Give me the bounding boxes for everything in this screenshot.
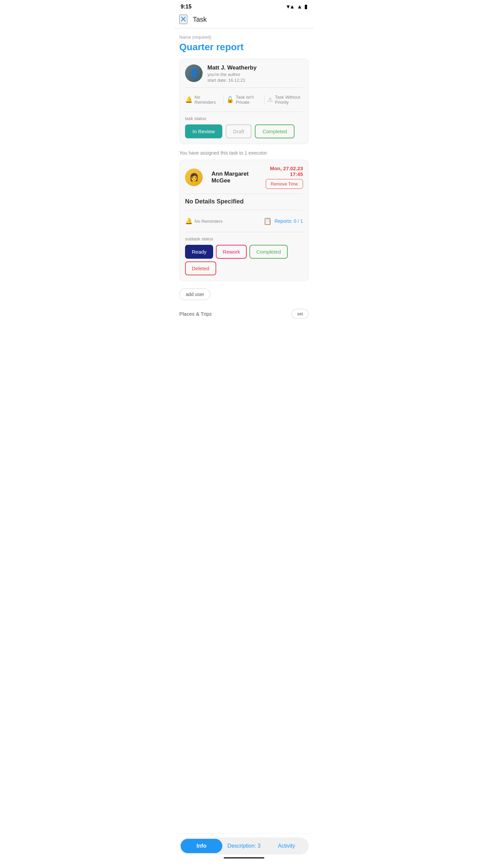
author-row: 👤 Matt J. Weatherby you're the author st… <box>185 64 303 83</box>
places-trips-label: Places & Trips <box>179 311 212 317</box>
meta-reminders[interactable]: 🔔 No Reminders <box>185 95 221 105</box>
subtask-deleted[interactable]: Deleted <box>185 261 216 275</box>
battery-icon: ▮ <box>304 3 307 10</box>
divider-2 <box>185 112 303 112</box>
close-button[interactable]: ✕ <box>179 15 187 24</box>
task-name: Quarter report <box>179 42 309 53</box>
divider-5 <box>185 232 303 232</box>
tab-activity[interactable]: Activity <box>266 839 307 853</box>
author-info: Matt J. Weatherby you're the author star… <box>207 64 257 83</box>
meta-sep-1 <box>223 95 224 105</box>
author-card: 👤 Matt J. Weatherby you're the author st… <box>179 59 309 144</box>
status-time: 9:15 <box>181 4 191 10</box>
main-content: Name (required) Quarter report 👤 Matt J.… <box>174 35 314 355</box>
meta-row: 🔔 No Reminders 🔓 Task isn't Private ⚠ Ta… <box>185 92 303 107</box>
executor-header: 👩 Ann Margaret McGee Mon, 27.02.23 17:45… <box>185 165 303 189</box>
reports-label: Reports: 0 / 1 <box>274 218 303 224</box>
executor-reminders-label: No Reminders <box>195 219 223 224</box>
status-bar: 9:15 ▾▲ ▲ ▮ <box>174 0 314 12</box>
tab-pills: Info Description: 3 Activity <box>179 837 309 854</box>
subtask-completed[interactable]: Completed <box>249 245 288 259</box>
remove-time-button[interactable]: Remove Time <box>266 179 303 189</box>
lock-icon: 🔓 <box>226 96 234 103</box>
executor-reminders[interactable]: 🔔 No Reminders <box>185 217 263 225</box>
executor-time: Mon, 27.02.23 17:45 <box>260 165 303 177</box>
top-bar-title: Task <box>193 16 207 23</box>
bell-icon: 🔔 <box>185 96 192 103</box>
author-avatar-placeholder: 👤 <box>185 64 203 82</box>
author-avatar: 👤 <box>185 64 203 82</box>
top-bar: ✕ Task <box>174 12 314 28</box>
author-sub2: start date: 16.12.21 <box>207 78 257 83</box>
task-status-label: task status <box>185 116 303 121</box>
priority-icon: ⚠ <box>267 96 273 103</box>
author-sub1: you're the author <box>207 72 257 77</box>
bell-icon-2: 🔔 <box>185 217 192 225</box>
divider-1 <box>185 87 303 88</box>
executor-left: 👩 Ann Margaret McGee <box>185 169 260 186</box>
task-status-buttons: In Review Draft Completed <box>185 124 303 138</box>
subtask-status-buttons: Ready Rework Completed Deleted <box>185 245 303 275</box>
status-in-review[interactable]: In Review <box>185 124 222 138</box>
meta-sep-2 <box>264 95 265 105</box>
executor-right: Mon, 27.02.23 17:45 Remove Time <box>260 165 303 189</box>
status-completed[interactable]: Completed <box>255 124 294 138</box>
tab-info[interactable]: Info <box>181 839 222 853</box>
executor-label: You have assigned this task to 1 executo… <box>179 150 309 156</box>
status-icons: ▾▲ ▲ ▮ <box>287 3 307 10</box>
bottom-tab-bar: Info Description: 3 Activity <box>174 833 314 868</box>
name-field-label: Name (required) <box>179 35 309 40</box>
divider-4 <box>185 210 303 210</box>
home-indicator <box>224 857 264 859</box>
add-user-button[interactable]: add user <box>179 289 210 300</box>
set-button[interactable]: set <box>291 309 309 319</box>
divider-3 <box>185 194 303 194</box>
meta-private[interactable]: 🔓 Task isn't Private <box>226 95 262 105</box>
executor-name: Ann Margaret McGee <box>211 171 260 184</box>
executor-avatar: 👩 <box>185 169 203 186</box>
no-details: No Details Specified <box>185 198 303 205</box>
reports-item[interactable]: 📋 Reports: 0 / 1 <box>263 217 303 225</box>
executor-avatar-placeholder: 👩 <box>185 169 203 186</box>
meta-reminders-label: No Reminders <box>195 95 221 105</box>
meta-priority[interactable]: ⚠ Task Without Priority <box>267 95 303 105</box>
subtask-ready[interactable]: Ready <box>185 245 213 259</box>
executor-card: 👩 Ann Margaret McGee Mon, 27.02.23 17:45… <box>179 160 309 281</box>
meta-private-label: Task isn't Private <box>236 95 262 105</box>
task-status-section: task status In Review Draft Completed <box>185 116 303 138</box>
meta-priority-label: Task Without Priority <box>275 95 303 105</box>
reports-icon: 📋 <box>263 217 272 225</box>
subtask-rework[interactable]: Rework <box>216 245 247 259</box>
wifi-icon: ▾▲ <box>287 3 295 10</box>
tab-description[interactable]: Description: 3 <box>223 839 265 853</box>
reminders-reports-row: 🔔 No Reminders 📋 Reports: 0 / 1 <box>185 214 303 228</box>
subtask-status-label: subtask status <box>185 236 303 241</box>
places-trips-row: Places & Trips set <box>179 306 309 321</box>
signal-icon: ▲ <box>297 4 302 10</box>
status-draft[interactable]: Draft <box>226 124 252 138</box>
author-name: Matt J. Weatherby <box>207 64 257 71</box>
